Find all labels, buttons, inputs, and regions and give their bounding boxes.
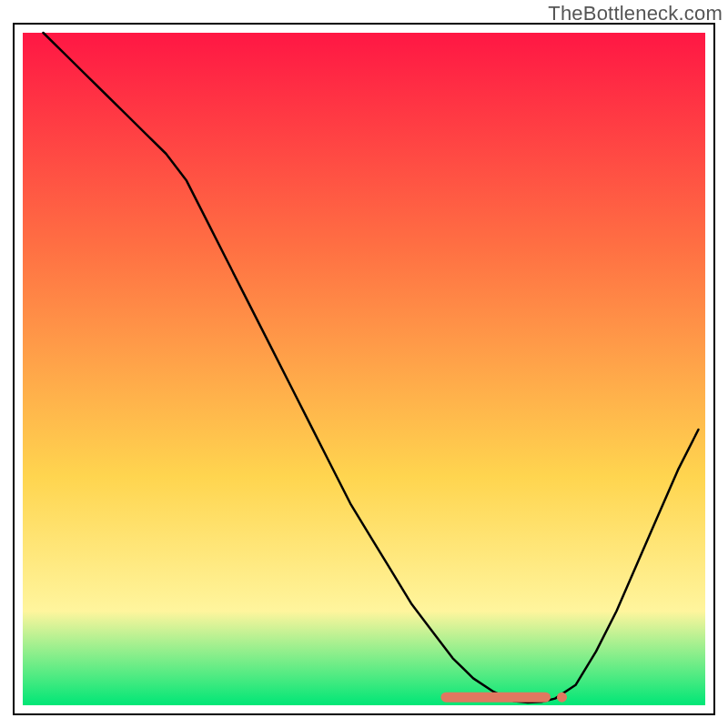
watermark-text: TheBottleneck.com [548,2,723,25]
minimum-marker-band [446,693,567,703]
svg-point-1 [557,693,567,703]
plot-gradient-background [23,33,705,705]
chart-stage: TheBottleneck.com [0,0,728,728]
bottleneck-chart [0,0,728,728]
